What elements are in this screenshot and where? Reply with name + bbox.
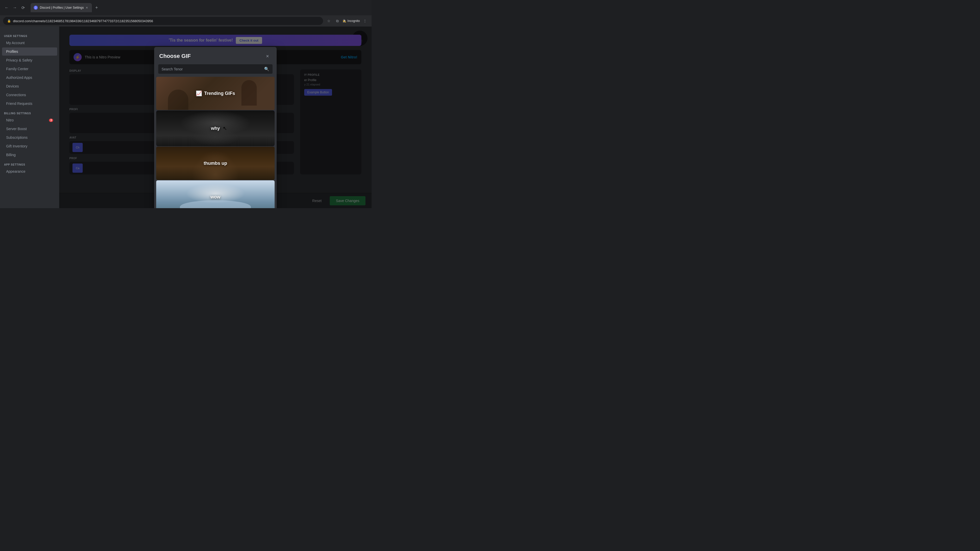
sidebar-item-profiles[interactable]: Profiles — [2, 48, 57, 56]
incognito-icon: 🕵 — [342, 19, 346, 23]
url-text: discord.com/channels/1182346851781984336… — [13, 19, 153, 23]
browser-menu-button[interactable]: ⋮ — [361, 17, 369, 24]
sidebar-item-privacy-safety[interactable]: Privacy & Safety — [2, 56, 57, 64]
sidebar-item-gift-inventory[interactable]: Gift Inventory — [2, 142, 57, 150]
sidebar: USER SETTINGS My Account Profiles Privac… — [0, 27, 59, 208]
nitro-badge: 3 — [49, 119, 53, 122]
sidebar-item-devices[interactable]: Devices — [2, 82, 57, 90]
main-content: 'Tis the season for feelin' festive! Che… — [59, 27, 372, 208]
wow-gif-label: wow — [210, 194, 221, 200]
forward-button[interactable]: → — [11, 4, 18, 11]
sidebar-item-server-boost[interactable]: Server Boost — [2, 125, 57, 133]
reload-button[interactable]: ⟳ — [19, 4, 27, 11]
star-button[interactable]: ☆ — [325, 17, 332, 24]
search-container: 🔍 — [154, 64, 277, 77]
why-gif-label: why — [211, 126, 220, 131]
new-tab-button[interactable]: + — [93, 4, 100, 11]
sidebar-item-connections[interactable]: Connections — [2, 91, 57, 99]
trending-icon: 📈 — [196, 90, 202, 97]
app-settings-label: APP SETTINGS — [0, 161, 59, 167]
trending-gifs-label: 📈 Trending GIFs — [196, 90, 235, 97]
modal-title: Choose GIF — [159, 53, 191, 59]
active-tab[interactable]: D Discord | Profiles | User Settings × — [30, 3, 92, 12]
incognito-badge: 🕵 Incognito — [342, 19, 360, 23]
choose-gif-modal: Choose GIF × 🔍 — [154, 47, 277, 208]
sidebar-item-appearance[interactable]: Appearance — [2, 167, 57, 176]
tab-bar: D Discord | Profiles | User Settings × + — [30, 3, 100, 12]
sidebar-item-authorized-apps[interactable]: Authorized Apps — [2, 73, 57, 82]
browser-actions: ☆ ⧉ 🕵 Incognito ⋮ — [325, 17, 369, 24]
back-button[interactable]: ← — [3, 4, 10, 11]
address-bar[interactable]: 🔒 discord.com/channels/11823468517819843… — [3, 17, 323, 25]
billing-settings-label: BILLING SETTINGS — [0, 110, 59, 116]
search-icon: 🔍 — [264, 67, 269, 71]
app-container: USER SETTINGS My Account Profiles Privac… — [0, 27, 372, 208]
gif-item-trending[interactable]: 📈 Trending GIFs — [156, 77, 275, 110]
gif-item-thumbsup[interactable]: thumbs up — [156, 147, 275, 180]
sidebar-item-my-account[interactable]: My Account — [2, 39, 57, 47]
address-bar-row: 🔒 discord.com/channels/11823468517819843… — [0, 15, 372, 27]
user-settings-label: USER SETTINGS — [0, 33, 59, 38]
gif-list: 📈 Trending GIFs ↖ why — [154, 77, 277, 208]
tab-favicon: D — [34, 6, 38, 10]
gif-item-wow[interactable]: wow — [156, 180, 275, 208]
sidebar-item-friend-requests[interactable]: Friend Requests — [2, 100, 57, 108]
gif-search-input[interactable] — [162, 67, 262, 71]
search-input-wrapper: 🔍 — [158, 64, 272, 74]
gif-item-why[interactable]: ↖ why — [156, 110, 275, 146]
browser-tab-bar: ← → ⟳ D Discord | Profiles | User Settin… — [0, 0, 372, 15]
thumbsup-gif-label: thumbs up — [204, 161, 227, 166]
sidebar-item-billing[interactable]: Billing — [2, 151, 57, 159]
incognito-label: Incognito — [347, 19, 360, 23]
cursor-indicator: ↖ — [223, 125, 227, 131]
sidebar-item-nitro[interactable]: Nitro 3 — [2, 116, 57, 124]
modal-close-button[interactable]: × — [263, 52, 272, 60]
close-tab-button[interactable]: × — [86, 6, 88, 10]
sidebar-item-family-center[interactable]: Family Center — [2, 65, 57, 73]
lock-icon: 🔒 — [7, 19, 11, 23]
extensions-button[interactable]: ⧉ — [334, 17, 341, 24]
browser-nav-buttons: ← → ⟳ — [3, 4, 27, 11]
modal-header: Choose GIF × — [154, 47, 277, 64]
tab-title: Discord | Profiles | User Settings — [40, 6, 84, 10]
sidebar-item-subscriptions[interactable]: Subscriptions — [2, 133, 57, 141]
